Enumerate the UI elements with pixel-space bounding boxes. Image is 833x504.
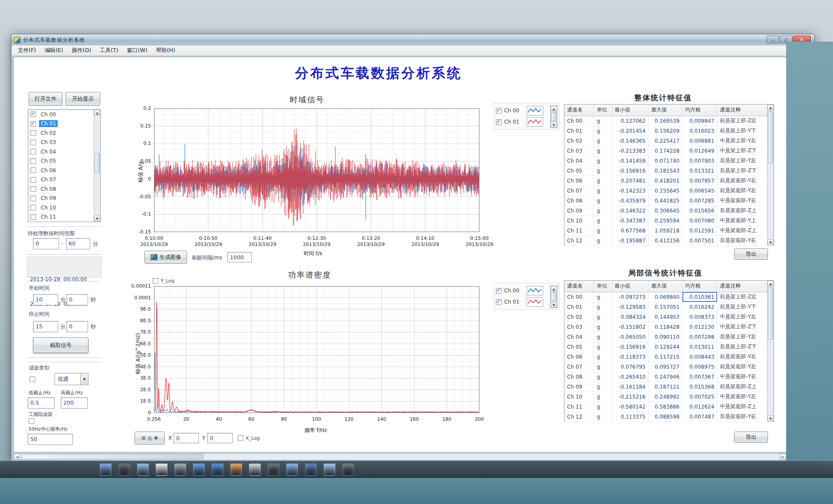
table-cell[interactable]: -0.129583 xyxy=(612,302,648,312)
scroll-down-icon[interactable]: ▼ xyxy=(551,302,557,308)
table-cell[interactable]: 0.015368 xyxy=(682,382,717,392)
taskbar-app-icon[interactable] xyxy=(118,463,130,476)
table-cell[interactable]: 前悬架底部-Y左 xyxy=(717,186,774,196)
scroll-down-icon[interactable]: ▼ xyxy=(551,122,557,128)
scroll-down-icon[interactable]: ▼ xyxy=(767,416,774,422)
table-cell[interactable]: 0.071740 xyxy=(648,156,682,166)
table-cell[interactable]: 前悬架底部-Y右 xyxy=(717,352,774,362)
channel-list-item[interactable]: Ch 10 xyxy=(28,203,100,213)
table-cell[interactable]: -0.097273 xyxy=(612,292,648,302)
table-cell[interactable]: -0.156916 xyxy=(612,166,648,176)
extract-signal-button[interactable]: 截取信号 xyxy=(33,337,89,353)
table-cell[interactable]: g xyxy=(594,186,612,196)
table-cell[interactable]: 0.012130 xyxy=(682,322,717,332)
channel-checkbox[interactable] xyxy=(30,186,36,192)
table-cell[interactable]: Ch 12 xyxy=(564,236,594,245)
cursor-x-input[interactable]: 0 xyxy=(174,433,199,443)
export-overall-button[interactable]: 导出 xyxy=(734,249,768,260)
open-file-button[interactable]: 打开文件 xyxy=(29,92,62,106)
table-cell[interactable]: g xyxy=(594,312,612,322)
graph-tool-icon[interactable]: ✚ xyxy=(154,435,158,441)
table-cell[interactable]: 0.677568 xyxy=(612,226,648,236)
taskbar-app-icon[interactable] xyxy=(286,463,298,476)
channel-checkbox[interactable] xyxy=(30,130,36,136)
scrollbar-thumb[interactable] xyxy=(551,112,557,121)
taskbar-app-icon[interactable] xyxy=(156,463,167,476)
table-cell[interactable]: Ch 04 xyxy=(564,332,594,342)
table-cell[interactable]: 0.129244 xyxy=(648,342,682,352)
table-cell[interactable]: Ch 12 xyxy=(564,412,594,422)
scroll-up-icon[interactable]: ▲ xyxy=(767,281,774,287)
table-cell[interactable]: g xyxy=(594,236,612,245)
table-cell[interactable]: 0.127062 xyxy=(612,116,648,126)
table-scrollbar[interactable]: ▲▼ xyxy=(767,281,774,422)
scroll-left-icon[interactable]: ◄ xyxy=(14,454,20,460)
channel-checkbox[interactable] xyxy=(30,158,36,164)
table-cell[interactable]: 0.090110 xyxy=(648,332,682,342)
table-cell[interactable]: 前悬架上部-Z左 xyxy=(717,292,774,302)
table-cell[interactable]: g xyxy=(594,226,612,236)
table-cell[interactable]: -0.347387 xyxy=(612,216,648,226)
scrollbar-thumb[interactable] xyxy=(95,153,100,173)
menu-item[interactable]: 帮助(H) xyxy=(152,46,180,56)
channel-checkbox[interactable] xyxy=(30,177,36,183)
start-sec-input[interactable]: 0 xyxy=(66,294,88,305)
table-cell[interactable]: 后悬架底部-Y右 xyxy=(717,236,774,245)
table-cell[interactable]: 0.006545 xyxy=(682,186,717,196)
table-cell[interactable]: 后悬架上部-Y左 xyxy=(717,332,774,342)
scroll-up-icon[interactable]: ▲ xyxy=(551,286,557,291)
low-cut-input[interactable]: 0.5 xyxy=(28,397,55,409)
table-cell[interactable]: 0.181543 xyxy=(648,166,682,176)
channel-checkbox[interactable]: ✓ xyxy=(30,111,36,117)
table-cell[interactable]: 前悬架上部-Y下 xyxy=(717,126,774,136)
table-cell[interactable]: 0.118428 xyxy=(648,322,682,332)
table-cell[interactable]: 前悬架上部-Y下 xyxy=(717,302,774,312)
table-cell[interactable]: Ch 03 xyxy=(564,146,594,156)
table-cell[interactable]: Ch 10 xyxy=(564,392,594,402)
graph-tool-icon[interactable]: ⊞ xyxy=(141,435,146,441)
table-cell[interactable]: Ch 08 xyxy=(564,196,594,206)
taskbar-app-icon[interactable] xyxy=(342,463,354,476)
channel-list-item[interactable]: ✓Ch 01 xyxy=(28,119,100,129)
table-cell[interactable]: -0.142323 xyxy=(612,186,648,196)
channel-list-item[interactable]: ✓Ch 00 xyxy=(28,110,100,119)
chevron-down-icon[interactable]: ▼ xyxy=(80,373,88,385)
menu-item[interactable]: 窗口(W) xyxy=(123,46,152,56)
scrollbar-thumb[interactable] xyxy=(21,454,203,459)
table-cell[interactable]: 后悬架底部-Y右 xyxy=(717,412,774,422)
channel-checkbox[interactable] xyxy=(30,214,36,220)
table-cell[interactable]: 后悬架上部-Z下 xyxy=(717,166,774,176)
ylog-checkbox[interactable] xyxy=(153,278,158,284)
render-image-button[interactable]: 生成图像 xyxy=(144,251,187,264)
stop-min-input[interactable]: 15 xyxy=(33,321,58,332)
channel-checkbox[interactable] xyxy=(30,196,36,201)
table-cell[interactable]: -0.215216 xyxy=(612,392,648,402)
taskbar-app-icon[interactable] xyxy=(137,463,149,476)
table-cell[interactable]: 0.174228 xyxy=(648,146,682,156)
table-cell[interactable]: Ch 04 xyxy=(564,156,594,166)
table-cell[interactable]: 0.007298 xyxy=(682,332,717,342)
table-cell[interactable]: g xyxy=(594,392,612,402)
cursor-y-input[interactable]: 0 xyxy=(207,433,233,443)
taskbar-app-icon[interactable] xyxy=(212,463,223,476)
channel-list-item[interactable]: Ch 08 xyxy=(28,184,100,194)
table-cell[interactable]: 前悬架上部-Z左 xyxy=(717,116,774,126)
scroll-down-icon[interactable]: ▼ xyxy=(94,216,100,222)
stop-sec-input[interactable]: 0 xyxy=(66,321,88,332)
table-cell[interactable]: 0.010361 xyxy=(682,292,717,302)
table-cell[interactable]: -0.195887 xyxy=(612,236,648,245)
table-cell[interactable]: g xyxy=(594,372,612,382)
table-cell[interactable]: 后悬架底部-Z上 xyxy=(717,206,774,216)
filter-type-select[interactable]: 低通 ▼ xyxy=(55,373,89,385)
table-cell[interactable]: Ch 05 xyxy=(564,166,594,176)
channel-list-item[interactable]: Ch 02 xyxy=(28,128,100,138)
table-cell[interactable]: 中悬架底部-Z上 xyxy=(717,226,774,236)
table-cell[interactable]: 0.007903 xyxy=(682,156,717,166)
table-cell[interactable]: Ch 05 xyxy=(564,342,594,352)
table-cell[interactable]: g xyxy=(594,412,612,422)
range-end-input[interactable]: 60 xyxy=(66,238,90,249)
taskbar-app-icon[interactable] xyxy=(230,463,242,476)
table-cell[interactable]: 0.413156 xyxy=(648,236,682,245)
table-cell[interactable]: -0.580142 xyxy=(612,402,648,412)
window-horizontal-scrollbar[interactable]: ◄► xyxy=(13,453,787,460)
